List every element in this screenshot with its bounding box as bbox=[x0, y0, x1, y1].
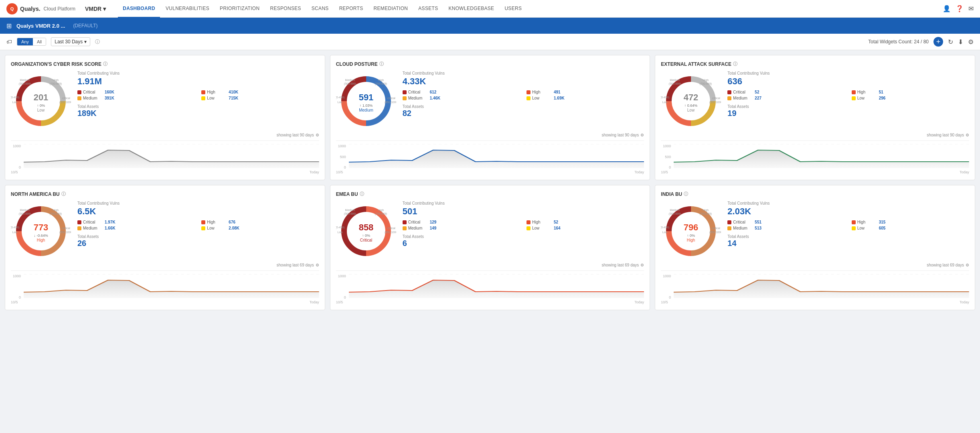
date-chevron-icon: ▾ bbox=[84, 39, 87, 45]
help-icon[interactable]: ❓ bbox=[956, 5, 964, 12]
showing-days: showing last 69 days ⚙ bbox=[336, 263, 644, 267]
svg-text:Medium: Medium bbox=[359, 108, 373, 112]
widget-title: NORTH AMERICA BU ⓘ bbox=[11, 191, 319, 197]
any-all-toggle[interactable]: Any All bbox=[17, 38, 46, 46]
svg-marker-70 bbox=[24, 280, 319, 298]
widget-emea-bu: EMEA BU ⓘ Low (0-499) Medium (500-699) H… bbox=[330, 185, 650, 310]
showing-text: showing last 69 days bbox=[601, 263, 639, 267]
nav-reports[interactable]: REPORTS bbox=[334, 0, 368, 18]
widget-body: Low (0-499) Medium (500-699) High (700-8… bbox=[336, 201, 644, 261]
chart-x-end: Today bbox=[960, 170, 969, 174]
vuln-item: Medium 513 bbox=[727, 226, 845, 230]
vuln-grid: Critical 612 High 491 Medium 1.46K Low 1… bbox=[403, 90, 644, 100]
total-contrib-value: 636 bbox=[727, 76, 969, 87]
nav-scans[interactable]: SCANS bbox=[307, 0, 334, 18]
nav-knowledgebase[interactable]: KNOWLEDGEBASE bbox=[443, 0, 499, 18]
dashboard-badge: (DEFAULT) bbox=[73, 23, 97, 28]
total-contrib-value: 501 bbox=[403, 206, 644, 217]
widget-info-icon[interactable]: ⓘ bbox=[61, 191, 66, 197]
tag-icon: 🏷 bbox=[6, 39, 12, 45]
vuln-name: Critical bbox=[83, 90, 103, 94]
svg-text:↑ 1.03%: ↑ 1.03% bbox=[359, 104, 373, 108]
widget-body: Low (0-499) Medium (500-699) High (700-8… bbox=[11, 201, 319, 261]
showing-text: showing last 69 days bbox=[277, 263, 314, 267]
refresh-icon[interactable]: ↻ bbox=[948, 38, 953, 46]
nav-dashboard[interactable]: DASHBOARD bbox=[118, 0, 160, 18]
vuln-item: Medium 1.66K bbox=[77, 226, 195, 230]
assets-label: Total Assets bbox=[727, 234, 969, 239]
svg-text:472: 472 bbox=[684, 92, 699, 102]
assets-section: Total Assets 19 bbox=[727, 104, 969, 118]
svg-text:(0-499): (0-499) bbox=[11, 96, 19, 99]
chart-area: 10000 10/5 Today bbox=[661, 270, 969, 304]
vuln-dot bbox=[526, 90, 530, 94]
nav-responses[interactable]: RESPONSES bbox=[265, 0, 306, 18]
svg-text:773: 773 bbox=[34, 222, 49, 232]
download-icon[interactable]: ⬇ bbox=[958, 38, 963, 46]
svg-text:(850-1000): (850-1000) bbox=[709, 231, 721, 234]
top-nav: Q Qualys. Cloud Platform VMDR ▾ DASHBOAR… bbox=[0, 0, 980, 18]
settings-gear-icon[interactable]: ⚙ bbox=[316, 133, 319, 137]
assets-value: 14 bbox=[727, 239, 969, 248]
vuln-item: High 51 bbox=[852, 90, 969, 94]
vuln-dot bbox=[77, 220, 81, 224]
vuln-dot bbox=[77, 90, 81, 94]
vuln-item: Critical 52 bbox=[727, 90, 845, 94]
showing-days: showing last 69 days ⚙ bbox=[661, 263, 969, 267]
svg-text:(850-1000): (850-1000) bbox=[59, 101, 71, 104]
dashboard-grid-icon: ⊞ bbox=[6, 22, 12, 30]
svg-text:Medium: Medium bbox=[670, 79, 680, 81]
nav-vulnerabilities[interactable]: VULNERABILITIES bbox=[161, 0, 214, 18]
nav-users[interactable]: USERS bbox=[500, 0, 526, 18]
settings-gear-icon[interactable]: ⚙ bbox=[316, 263, 319, 267]
assets-label: Total Assets bbox=[403, 234, 644, 239]
widget-title: EMEA BU ⓘ bbox=[336, 191, 644, 197]
widget-body: Low (0-499) Medium (500-699) High (700-8… bbox=[11, 71, 319, 131]
vuln-name: High bbox=[857, 90, 877, 94]
mail-icon[interactable]: ✉ bbox=[968, 5, 974, 12]
settings-gear-icon[interactable]: ⚙ bbox=[640, 133, 644, 137]
vuln-count: 676 bbox=[229, 220, 235, 224]
assets-label: Total Assets bbox=[727, 104, 969, 109]
add-widget-button[interactable]: + bbox=[933, 37, 943, 47]
date-filter[interactable]: Last 30 Days ▾ bbox=[51, 37, 90, 46]
all-button[interactable]: All bbox=[33, 38, 46, 45]
svg-text:critical: critical bbox=[712, 97, 720, 100]
user-icon[interactable]: 👤 bbox=[943, 5, 951, 12]
sparkline-chart bbox=[349, 144, 644, 169]
filter-info-icon[interactable]: ⓘ bbox=[95, 39, 100, 45]
assets-section: Total Assets 6 bbox=[403, 234, 644, 248]
showing-days: showing last 90 days ⚙ bbox=[661, 133, 969, 137]
stats-panel: Total Contributing Vulns 501 Critical 12… bbox=[403, 201, 644, 248]
total-contrib-label: Total Contributing Vulns bbox=[727, 71, 969, 75]
settings-gear-icon[interactable]: ⚙ bbox=[966, 133, 969, 137]
any-button[interactable]: Any bbox=[17, 38, 33, 45]
logo-area: Q Qualys. Cloud Platform bbox=[6, 3, 75, 14]
vuln-name: Low bbox=[207, 226, 227, 230]
settings-gear-icon[interactable]: ⚙ bbox=[966, 263, 969, 267]
widget-info-icon[interactable]: ⓘ bbox=[379, 61, 384, 67]
widget-info-icon[interactable]: ⓘ bbox=[103, 61, 107, 67]
assets-section: Total Assets 82 bbox=[403, 104, 644, 118]
svg-marker-16 bbox=[24, 150, 319, 168]
vuln-item: Medium 149 bbox=[403, 226, 520, 230]
vmdr-selector[interactable]: VMDR ▾ bbox=[85, 6, 106, 12]
widget-info-icon[interactable]: ⓘ bbox=[684, 191, 688, 197]
widget-info-icon[interactable]: ⓘ bbox=[360, 191, 364, 197]
stats-panel: Total Contributing Vulns 4.33K Critical … bbox=[403, 71, 644, 118]
nav-prioritization[interactable]: PRIORITIZATION bbox=[215, 0, 264, 18]
vuln-count: 1.66K bbox=[105, 226, 115, 230]
svg-text:critical: critical bbox=[387, 227, 395, 230]
settings-gear-icon[interactable]: ⚙ bbox=[640, 263, 644, 267]
vuln-name: High bbox=[532, 90, 552, 94]
donut-chart: Low (0-499) Medium (500-699) High (700-8… bbox=[336, 201, 396, 261]
vuln-grid: Critical 160K High 410K Medium 391K Low … bbox=[77, 90, 319, 100]
settings-icon[interactable]: ⚙ bbox=[968, 38, 974, 46]
svg-text:796: 796 bbox=[684, 222, 699, 232]
chart-area: 10005000 10/5 Today bbox=[336, 140, 644, 174]
platform-name: Cloud Platform bbox=[44, 6, 75, 12]
nav-remediation[interactable]: REMEDIATION bbox=[369, 0, 413, 18]
svg-text:Critical: Critical bbox=[360, 238, 372, 242]
widget-info-icon[interactable]: ⓘ bbox=[733, 61, 737, 67]
nav-assets[interactable]: ASSETS bbox=[413, 0, 443, 18]
